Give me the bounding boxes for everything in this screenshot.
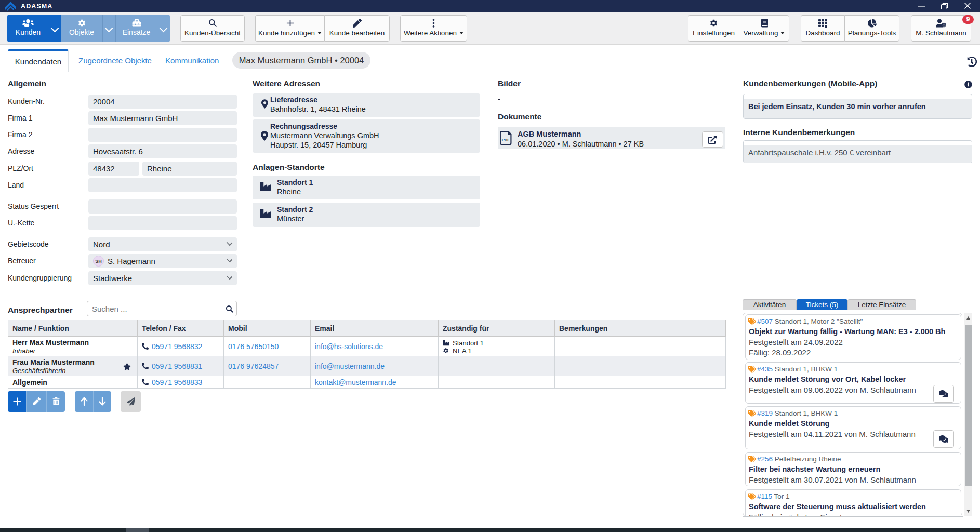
svg-text:PDF: PDF [502,138,510,142]
